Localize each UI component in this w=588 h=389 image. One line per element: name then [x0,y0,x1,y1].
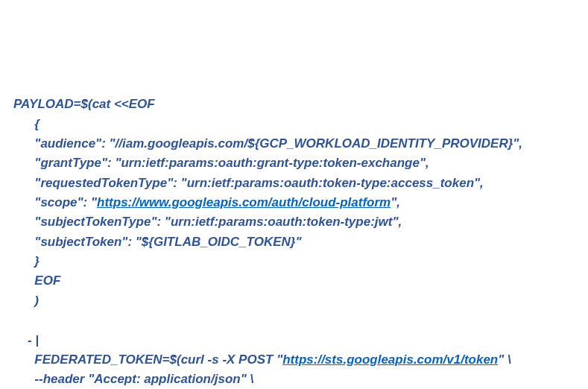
line-06b: ", [391,195,400,209]
line-10: EOF [13,273,60,288]
line-13a: FEDERATED_TOKEN=$(curl -s -X POST " [13,352,282,367]
line-13b: " \ [498,352,511,367]
line-07: "subjectTokenType": "urn:ietf:params:oau… [13,215,402,229]
line-09: } [13,254,39,268]
line-14: --header "Accept: application/json" \ [13,372,253,386]
line-08: "subjectToken": "${GITLAB_OIDC_TOKEN}" [13,235,301,249]
scope-url-link[interactable]: https://www.googleapis.com/auth/cloud-pl… [97,195,391,209]
line-12: - | [13,333,39,347]
line-02: { [13,117,39,131]
sts-url-link[interactable]: https://sts.googleapis.com/v1/token [282,352,498,367]
line-04: "grantType": "urn:ietf:params:oauth:gran… [13,156,429,170]
line-03: "audience": "//iam.googleapis.com/${GCP_… [13,136,522,151]
line-05: "requestedTokenType": "urn:ietf:params:o… [13,176,484,190]
line-06a: "scope": " [13,195,97,209]
line-11: ) [13,294,39,308]
line-01: PAYLOAD=$(cat <<EOF [13,97,155,111]
